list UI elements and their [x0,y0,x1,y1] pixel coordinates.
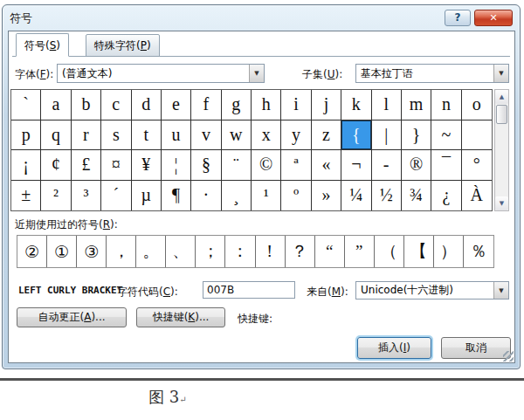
close-button[interactable]: ✕ [474,10,513,26]
symbol-cell[interactable]: b [72,90,101,120]
help-button[interactable]: ? [445,10,471,26]
recent-symbol-cell[interactable]: ！ [256,236,286,267]
symbol-cell[interactable]: w [222,120,252,151]
recent-symbol-cell[interactable]: ① [47,236,77,267]
symbol-cell[interactable]: h [252,90,281,120]
symbol-cell[interactable]: ´ [101,181,131,211]
symbol-cell[interactable]: i [281,90,311,120]
symbol-cell[interactable]: ¸ [222,181,252,211]
recent-symbol-cell[interactable]: ？ [286,236,315,267]
symbol-cell[interactable]: m [402,90,431,120]
recent-symbol-cell[interactable]: 【 [404,236,434,267]
recent-symbol-cell[interactable]: ， [107,236,136,267]
symbol-cell[interactable]: z [312,120,341,151]
autocorrect-button[interactable]: 自动更正(A)... [17,307,127,327]
symbol-cell[interactable]: f [191,90,221,120]
symbol-cell[interactable]: p [11,120,41,151]
symbol-cell[interactable]: ¿ [431,181,461,211]
chevron-down-icon[interactable]: ▼ [493,65,508,82]
symbol-cell[interactable]: g [222,90,252,120]
symbol-cell[interactable]: d [132,90,162,120]
symbol-cell[interactable]: ¾ [402,181,431,211]
symbol-cell[interactable]: ½ [372,181,402,211]
recent-symbol-cell[interactable]: （ [375,236,404,267]
tab-special-characters[interactable]: 特殊字符(P) [86,34,160,57]
symbol-cell[interactable]: ² [41,181,71,211]
symbol-grid-scrollbar[interactable]: ▲ ▼ [494,89,509,211]
recent-symbol-cell[interactable]: ； [196,236,225,267]
scroll-down-icon[interactable]: ▼ [495,196,508,210]
symbol-cell[interactable]: ¦ [162,150,191,181]
symbol-cell[interactable]: l [372,90,402,120]
symbol-cell[interactable]: | [372,120,402,151]
chevron-down-icon[interactable]: ▼ [249,65,264,82]
recent-symbol-cell[interactable]: ％ [464,236,493,267]
symbol-cell[interactable]: « [312,150,341,181]
recent-symbol-cell[interactable]: ③ [77,236,107,267]
symbol-cell[interactable]: » [312,181,341,211]
symbol-cell[interactable]: ³ [72,181,101,211]
symbol-cell[interactable]: u [162,120,191,151]
symbol-cell[interactable]: c [101,90,131,120]
symbol-cell[interactable]: ¡ [11,150,41,181]
from-combobox[interactable]: Unicode(十六进制) ▼ [355,281,509,300]
symbol-cell[interactable]: r [72,120,101,151]
symbol-cell[interactable]: ¨ [222,150,252,181]
symbol-cell[interactable]: § [191,150,221,181]
scroll-up-icon[interactable]: ▲ [495,90,508,104]
recent-symbol-cell[interactable]: ” [345,236,375,267]
symbol-cell[interactable]: v [191,120,221,151]
recent-symbol-cell[interactable]: 。 [136,236,166,267]
symbol-cell[interactable]: s [101,120,131,151]
symbol-cell[interactable]: ° [462,150,492,181]
symbol-cell[interactable]: ® [402,150,431,181]
symbol-cell[interactable]: ¶ [162,181,191,211]
symbol-cell[interactable]: £ [72,150,101,181]
symbol-cell[interactable]: ¥ [132,150,162,181]
scrollbar-thumb[interactable] [496,105,507,124]
symbol-cell[interactable]: © [252,150,281,181]
chevron-down-icon[interactable]: ▼ [493,282,508,299]
recent-symbol-cell[interactable]: “ [315,236,345,267]
symbol-cell[interactable]: À [462,181,492,211]
symbol-cell[interactable]: j [312,90,341,120]
symbol-cell[interactable]: - [372,150,402,181]
symbol-cell[interactable]: y [281,120,311,151]
recent-symbol-cell[interactable]: ） [434,236,464,267]
symbol-cell[interactable]: } [402,120,431,151]
recent-symbol-cell[interactable]: 、 [166,236,196,267]
symbol-cell[interactable]: ¤ [101,150,131,181]
symbol-cell[interactable]: o [462,90,492,120]
symbol-cell[interactable]: k [341,90,371,120]
symbol-cell[interactable]: e [162,90,191,120]
recent-symbol-cell[interactable]: ② [17,236,47,267]
symbol-cell[interactable]: { [341,120,371,151]
symbol-cell[interactable]: n [431,90,461,120]
symbol-cell[interactable]: µ [132,181,162,211]
symbol-cell[interactable]: t [132,120,162,151]
symbol-cell[interactable]: ¢ [41,150,71,181]
shortcut-key-button[interactable]: 快捷键(K)... [136,307,225,327]
insert-button[interactable]: 插入(I) [357,337,431,359]
symbol-cell[interactable]: ¬ [341,150,371,181]
symbol-cell[interactable]: · [191,181,221,211]
symbol-cell[interactable]: ¼ [341,181,371,211]
tab-symbols[interactable]: 符号(S) [16,33,69,57]
symbol-cell[interactable]: ¯ [431,150,461,181]
symbol-cell[interactable]: ¹ [252,181,281,211]
symbol-cell[interactable]: º [281,181,311,211]
symbol-cell[interactable]: x [252,120,281,151]
subset-combobox[interactable]: 基本拉丁语 ▼ [355,64,509,83]
cancel-button[interactable]: 取消 [441,337,511,359]
symbol-cell[interactable]: a [41,90,71,120]
symbol-cell[interactable]: q [41,120,71,151]
symbol-cell[interactable]: ` [11,90,41,120]
char-code-input[interactable] [203,281,295,299]
symbol-cell[interactable]: ª [281,150,311,181]
symbol-cell[interactable]: ± [11,181,41,211]
recent-symbol-cell[interactable]: ： [225,236,255,267]
font-combobox[interactable]: (普通文本) ▼ [57,64,265,83]
titlebar[interactable]: 符号 ? ✕ [3,5,520,31]
symbol-cell[interactable] [462,120,492,151]
symbol-cell[interactable]: ~ [431,120,461,151]
